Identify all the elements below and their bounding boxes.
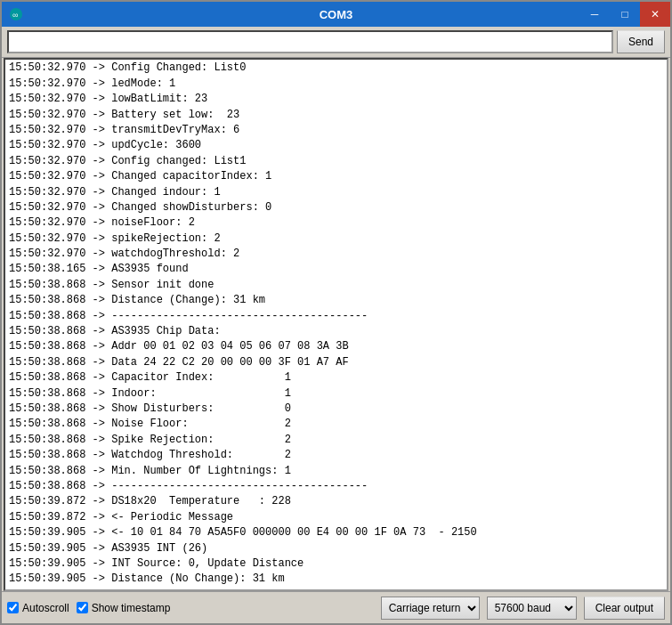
show-timestamp-checkbox[interactable] <box>77 602 88 613</box>
output-area[interactable]: 15:50:32.970 -> Config Freq: 0x21653215:… <box>4 58 668 591</box>
output-line: 15:50:32.970 -> noiseFloor: 2 <box>9 215 663 231</box>
window-controls: ─ □ ✕ <box>579 2 670 27</box>
output-line: 15:50:32.970 -> transmitDevTryMax: 6 <box>9 123 663 138</box>
carriage-return-select[interactable]: No line ending Newline Carriage return B… <box>381 597 480 620</box>
output-line: 15:50:38.868 -> Min. Number Of Lightning… <box>9 464 663 479</box>
output-line: 15:50:39.872 -> DS18x20 Temperature : 22… <box>9 494 663 509</box>
autoscroll-checkbox[interactable] <box>7 602 19 613</box>
svg-text:∞: ∞ <box>12 11 18 20</box>
title-bar: ∞ COM3 ─ □ ✕ <box>2 2 670 27</box>
output-line: 15:50:39.905 -> Distance (No Change): 31… <box>9 572 663 587</box>
output-line: 15:50:38.868 -> Data 24 22 C2 20 00 00 0… <box>9 355 663 370</box>
serial-input[interactable] <box>7 30 613 53</box>
output-line: 15:50:38.868 -> ------------------------… <box>9 309 663 324</box>
clear-output-button[interactable]: Clear output <box>584 597 665 620</box>
autoscroll-label[interactable]: Autoscroll <box>7 602 69 614</box>
status-bar: Autoscroll Show timestamp No line ending… <box>2 591 670 623</box>
output-line: 15:50:32.970 -> updCycle: 3600 <box>9 138 663 153</box>
toolbar: Send <box>2 27 670 58</box>
output-line: 15:50:38.868 -> Capacitor Index: 1 <box>9 370 663 386</box>
output-line: 15:50:38.868 -> Addr 00 01 02 03 04 05 0… <box>9 339 663 354</box>
output-line: 15:50:38.868 -> Show Disturbers: 0 <box>9 402 663 417</box>
output-line: 15:50:32.970 -> spikeRejection: 2 <box>9 231 663 247</box>
output-line: 15:50:39.872 -> <- Periodic Message <box>9 510 663 525</box>
baud-rate-select[interactable]: 300 baud 600 baud 1200 baud 2400 baud 48… <box>487 597 577 620</box>
output-line: 15:50:32.970 -> Config Changed: List0 <box>9 61 663 76</box>
output-line: 15:50:38.868 -> Watchdog Threshold: 2 <box>9 448 663 463</box>
autoscroll-text: Autoscroll <box>22 602 69 614</box>
output-line: 15:50:38.868 -> ------------------------… <box>9 479 663 494</box>
output-line: 15:50:38.868 -> Distance (Change): 31 km <box>9 293 663 308</box>
window-title: COM3 <box>320 8 353 21</box>
output-line: 15:50:32.970 -> Battery set low: 23 <box>9 108 663 123</box>
arduino-icon: ∞ <box>9 7 23 21</box>
output-line: 15:50:32.970 -> Changed showDisturbers: … <box>9 200 663 215</box>
output-line: 15:50:39.905 -> INT Source: 0, Update Di… <box>9 556 663 572</box>
output-line: 15:50:39.905 -> AS3935 INT (26) <box>9 541 663 556</box>
output-line: 15:50:32.970 -> Changed capacitorIndex: … <box>9 169 663 184</box>
output-line: 15:50:32.970 -> Config changed: List1 <box>9 154 663 169</box>
minimize-button[interactable]: ─ <box>579 2 610 27</box>
output-line: 15:50:38.165 -> AS3935 found <box>9 262 663 277</box>
maximize-button[interactable]: □ <box>610 2 640 27</box>
main-window: ∞ COM3 ─ □ ✕ Send 15:50:32.970 -> Config… <box>0 0 672 625</box>
output-line: 15:50:38.868 -> Sensor init done <box>9 278 663 293</box>
send-button[interactable]: Send <box>617 30 665 53</box>
output-line: 15:50:38.868 -> Indoor: 1 <box>9 386 663 402</box>
output-line: 15:50:32.970 -> Changed indour: 1 <box>9 185 663 200</box>
output-line: 15:50:38.868 -> Noise Floor: 2 <box>9 417 663 432</box>
close-button[interactable]: ✕ <box>640 2 670 27</box>
output-line: 15:50:39.905 -> <- 10 01 84 70 A5A5F0 00… <box>9 525 663 540</box>
output-line: 15:50:38.868 -> Spike Rejection: 2 <box>9 433 663 448</box>
show-timestamp-label[interactable]: Show timestamp <box>77 602 171 614</box>
show-timestamp-text: Show timestamp <box>92 602 171 614</box>
output-line: 15:50:32.970 -> ledMode: 1 <box>9 77 663 92</box>
output-line: 15:50:32.970 -> watchdogThreshold: 2 <box>9 247 663 262</box>
output-line: 15:50:38.868 -> AS3935 Chip Data: <box>9 324 663 339</box>
output-line: 15:50:32.970 -> lowBatLimit: 23 <box>9 92 663 107</box>
